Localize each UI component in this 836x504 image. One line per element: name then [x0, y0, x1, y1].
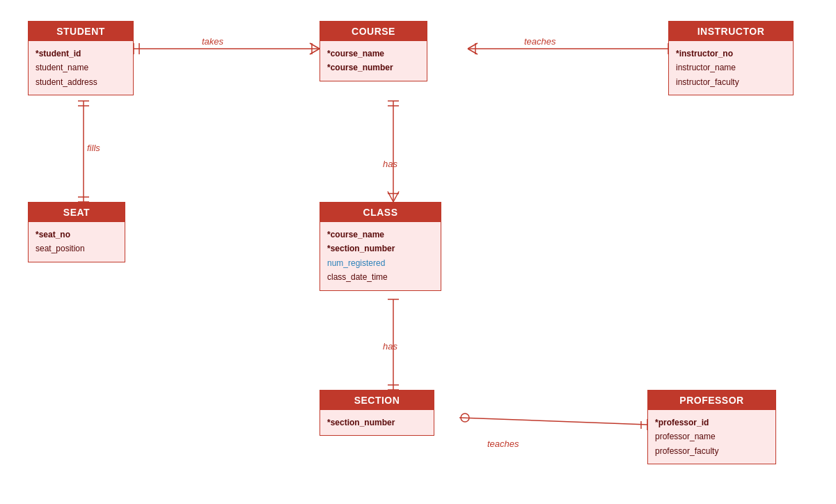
instructor-body: *instructor_no instructor_name instructo… — [669, 41, 793, 95]
section-body: *section_number — [320, 410, 434, 435]
instructor-attr-1: *instructor_no — [676, 47, 786, 61]
seat-body: *seat_no seat_position — [29, 222, 125, 262]
has-label-1: has — [383, 159, 397, 169]
class-body: *course_name *section_number num_registe… — [320, 222, 441, 290]
professor-body: *professor_id professor_name professor_f… — [648, 410, 775, 464]
course-header: COURSE — [320, 22, 427, 41]
student-attr-2: student_name — [36, 61, 126, 74]
student-body: *student_id student_name student_address — [29, 41, 133, 95]
instructor-attr-3: instructor_faculty — [676, 75, 786, 89]
student-header: STUDENT — [29, 22, 133, 41]
seat-header: SEAT — [29, 203, 125, 222]
svg-line-19 — [388, 191, 393, 202]
instructor-entity: INSTRUCTOR *instructor_no instructor_nam… — [668, 21, 794, 95]
professor-header: PROFESSOR — [648, 391, 775, 410]
student-entity: STUDENT *student_id student_name student… — [28, 21, 134, 95]
teaches-label-2: teaches — [487, 439, 519, 449]
svg-point-27 — [461, 414, 469, 422]
seat-entity: SEAT *seat_no seat_position — [28, 202, 125, 262]
seat-attr-1: *seat_no — [36, 228, 118, 242]
instructor-attr-2: instructor_name — [676, 61, 786, 74]
class-attr-3: num_registered — [327, 256, 434, 270]
svg-line-1 — [310, 43, 320, 49]
class-attr-1: *course_name — [327, 228, 434, 242]
professor-attr-2: professor_name — [655, 430, 768, 443]
section-attr-1: *section_number — [327, 416, 427, 430]
course-attr-2: *course_number — [327, 61, 420, 74]
class-entity: CLASS *course_name *section_number num_r… — [320, 202, 441, 291]
teaches-label-1: teaches — [524, 36, 556, 47]
has-label-2: has — [383, 341, 397, 352]
professor-attr-3: professor_faculty — [655, 444, 768, 458]
course-entity: COURSE *course_name *course_number — [320, 21, 427, 81]
course-attr-1: *course_name — [327, 47, 420, 61]
seat-attr-2: seat_position — [36, 242, 118, 255]
instructor-header: INSTRUCTOR — [669, 22, 793, 41]
fills-label: fills — [87, 143, 100, 153]
student-attr-3: student_address — [36, 75, 126, 89]
diagram-container: STUDENT *student_id student_name student… — [0, 0, 836, 504]
course-body: *course_name *course_number — [320, 41, 427, 81]
svg-line-20 — [393, 191, 399, 202]
takes-label: takes — [202, 36, 223, 47]
student-attr-1: *student_id — [36, 47, 126, 61]
professor-entity: PROFESSOR *professor_id professor_name p… — [647, 390, 776, 464]
svg-line-8 — [468, 49, 478, 54]
section-entity: SECTION *section_number — [320, 390, 434, 436]
class-attr-2: *section_number — [327, 242, 434, 255]
svg-line-26 — [459, 418, 647, 425]
svg-line-2 — [310, 49, 320, 54]
svg-line-7 — [468, 43, 478, 49]
class-attr-4: class_date_time — [327, 270, 434, 284]
section-header: SECTION — [320, 391, 434, 410]
professor-attr-1: *professor_id — [655, 416, 768, 430]
class-header: CLASS — [320, 203, 441, 222]
